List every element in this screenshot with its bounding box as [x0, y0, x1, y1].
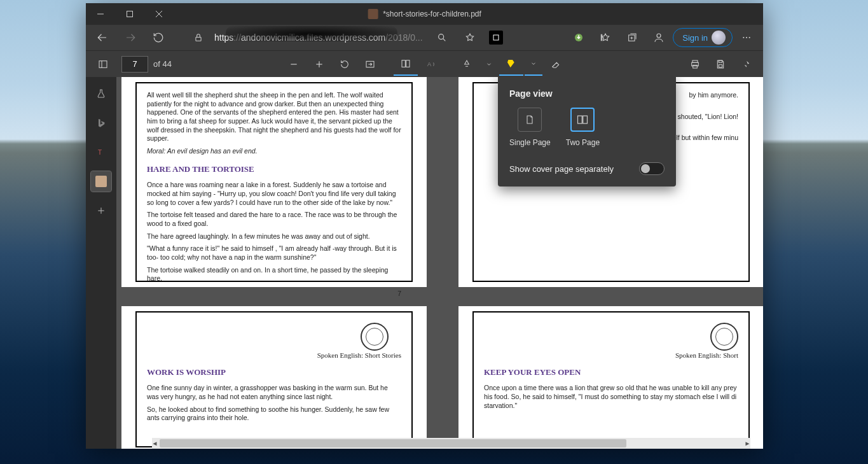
- svg-rect-27: [693, 65, 698, 68]
- lock-icon[interactable]: [189, 26, 208, 49]
- favorite-star-icon[interactable]: [457, 26, 483, 49]
- svg-point-15: [749, 37, 750, 38]
- scroll-left-arrow[interactable]: ◄: [149, 438, 160, 449]
- pdf-page-10: Spoken English: Short KEEP YOUR EYES OPE…: [458, 306, 763, 449]
- scroll-right-arrow[interactable]: ►: [742, 438, 753, 449]
- browser-window: *short-stories-for-children.pdf: [86, 3, 763, 449]
- cover-page-label: Show cover page separately: [509, 164, 614, 174]
- svg-rect-1: [127, 11, 133, 17]
- highlight-menu-chevron[interactable]: [525, 53, 542, 76]
- svg-rect-33: [578, 116, 582, 123]
- svg-rect-28: [719, 60, 722, 62]
- p9-running-header: Spoken English: Short Stories: [147, 351, 401, 360]
- page-indicator: of 44: [121, 56, 172, 73]
- p7-para5: The tortoise walked steadily on and on. …: [147, 266, 401, 283]
- tab-favicon: [368, 9, 378, 19]
- print-button[interactable]: [683, 53, 707, 76]
- erase-button[interactable]: [544, 53, 568, 76]
- svg-rect-7: [493, 35, 499, 40]
- p7-para3: The hare agreed laughingly. In a few min…: [147, 232, 401, 241]
- pdf-page-7: All went well till the shepherd shut the…: [121, 77, 427, 287]
- single-page-option[interactable]: Single Page: [509, 108, 551, 147]
- pdf-viewport[interactable]: All went well till the shepherd shut the…: [116, 77, 763, 449]
- svg-point-14: [746, 37, 747, 38]
- save-button[interactable]: [708, 53, 733, 76]
- close-button[interactable]: [144, 3, 174, 25]
- svg-point-13: [743, 37, 744, 38]
- draw-menu-chevron[interactable]: [480, 53, 498, 76]
- forward-button[interactable]: [118, 26, 143, 49]
- sign-in-button[interactable]: Sign in: [673, 28, 733, 47]
- p7-story-title: HARE AND THE TORTOISE: [147, 164, 401, 174]
- svg-point-12: [657, 34, 661, 38]
- horizontal-scrollbar[interactable]: ◄ ►: [152, 438, 750, 449]
- svg-rect-23: [406, 60, 409, 67]
- fit-page-button[interactable]: [358, 53, 382, 76]
- back-button[interactable]: [90, 26, 115, 49]
- rail-add-icon[interactable]: [91, 200, 111, 221]
- popup-title: Page view: [509, 88, 665, 99]
- zoom-in-button[interactable]: [307, 53, 331, 76]
- url-sep: ://: [233, 32, 241, 43]
- svg-point-5: [438, 34, 443, 39]
- page-number-input[interactable]: [121, 56, 148, 73]
- toggle-knob: [641, 164, 650, 173]
- cover-page-row: Show cover page separately: [509, 162, 665, 175]
- horizontal-scroll-thumb[interactable]: [160, 439, 626, 447]
- pin-toolbar-button[interactable]: [734, 53, 758, 76]
- download-manager-icon[interactable]: [566, 26, 591, 49]
- p10-para1: Once upon a time there was a lion that g…: [484, 384, 738, 410]
- p7-moral: Moral: An evil design has an evil end.: [147, 147, 401, 156]
- sign-in-label: Sign in: [682, 33, 708, 43]
- draw-button[interactable]: [455, 53, 479, 76]
- avatar-icon: [712, 31, 726, 45]
- more-menu-icon[interactable]: [734, 26, 759, 49]
- p7-para4: "What a funny race it is!" he said to hi…: [147, 244, 401, 262]
- refresh-button[interactable]: [146, 26, 171, 49]
- zoom-out-button[interactable]: [282, 53, 306, 76]
- p7-page-number: 7: [147, 290, 401, 299]
- rail-avatar-icon[interactable]: [91, 171, 111, 192]
- rail-bing-icon[interactable]: [91, 113, 111, 133]
- address-bar[interactable]: https://andonovicmilica.files.wordpress.…: [210, 32, 427, 43]
- highlight-button[interactable]: [499, 53, 523, 76]
- page-view-button[interactable]: [394, 53, 418, 76]
- svg-rect-16: [99, 60, 107, 67]
- cover-page-toggle[interactable]: [639, 162, 665, 175]
- svg-rect-29: [719, 64, 722, 67]
- pdf-toolbar-center: A: [282, 53, 568, 76]
- rotate-button[interactable]: [333, 53, 357, 76]
- read-aloud-button[interactable]: A: [419, 53, 443, 76]
- popup-options: Single Page Two Page: [509, 108, 665, 147]
- svg-text:T: T: [98, 148, 102, 156]
- page-total-label: of 44: [153, 59, 172, 69]
- navbar: https://andonovicmilica.files.wordpress.…: [86, 25, 763, 50]
- content-area: T All went well till the shepherd shut t…: [86, 77, 763, 449]
- navbar-right: Sign in: [566, 26, 759, 49]
- tab[interactable]: *short-stories-for-children.pdf: [368, 3, 481, 25]
- rail-flask-icon[interactable]: [91, 83, 111, 104]
- p10-running-header: Spoken English: Short: [484, 351, 738, 360]
- window-controls: [86, 3, 174, 25]
- seal-icon: [710, 323, 738, 351]
- profile-icon[interactable]: [646, 26, 672, 49]
- tab-title: *short-stories-for-children.pdf: [383, 10, 481, 18]
- contents-panel-toggle[interactable]: [91, 53, 115, 76]
- rail-text-icon[interactable]: T: [91, 142, 111, 162]
- pdf-toolbar-right: [683, 53, 758, 76]
- minimize-button[interactable]: [86, 3, 115, 25]
- favorites-list-icon[interactable]: [593, 26, 618, 49]
- two-page-option[interactable]: Two Page: [566, 108, 600, 147]
- collections-icon[interactable]: [619, 26, 645, 49]
- search-in-page-icon[interactable]: [429, 26, 455, 49]
- two-page-icon: [570, 108, 595, 132]
- url-scheme: https: [214, 32, 233, 43]
- p7-para2: The tortoise felt teased and dared the h…: [147, 211, 401, 228]
- maximize-button[interactable]: [115, 3, 144, 25]
- p9-story-title: WORK IS WORSHIP: [147, 367, 401, 377]
- page-view-popup: Page view Single Page Two Page: [498, 77, 676, 186]
- titlebar: *short-stories-for-children.pdf: [86, 3, 763, 25]
- seal-icon: [361, 323, 389, 351]
- contrast-icon[interactable]: [489, 31, 503, 45]
- url-path: /2018/0...: [385, 32, 422, 43]
